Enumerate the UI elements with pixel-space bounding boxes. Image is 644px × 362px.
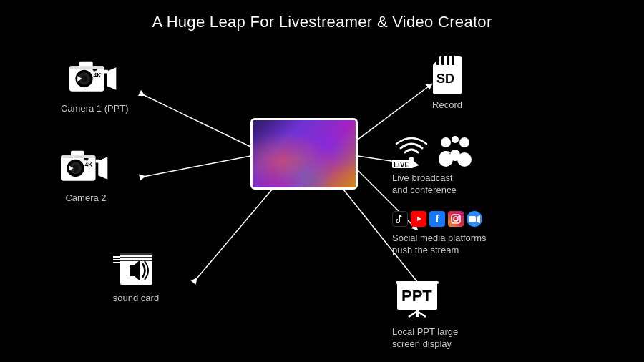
svg-line-3 bbox=[358, 86, 429, 140]
svg-rect-34 bbox=[113, 259, 120, 260]
social-media-item: f Social media platformspush the stream bbox=[392, 211, 487, 257]
camera2-icon-box: 4K bbox=[61, 147, 111, 190]
svg-text:SD: SD bbox=[436, 72, 454, 86]
live-broadcast-item: LiVE Live broadcastand conference bbox=[392, 132, 473, 197]
conference-icon bbox=[437, 132, 473, 168]
svg-line-1 bbox=[140, 156, 250, 177]
soundcard-item: sound card bbox=[111, 247, 161, 305]
svg-text:LiVE: LiVE bbox=[394, 161, 410, 168]
concert-overlay bbox=[253, 120, 356, 187]
record-item: SD Record bbox=[422, 54, 472, 112]
camera1-icon: 4K bbox=[69, 58, 119, 99]
ppt-icon-box: PPT bbox=[392, 279, 442, 322]
svg-rect-35 bbox=[113, 262, 120, 263]
svg-marker-57 bbox=[477, 215, 480, 223]
live-icon: LiVE bbox=[392, 132, 431, 168]
svg-rect-53 bbox=[452, 215, 460, 223]
svg-point-47 bbox=[459, 137, 469, 147]
camera2-item: 4K Camera 2 bbox=[61, 147, 111, 205]
svg-rect-11 bbox=[79, 62, 93, 67]
svg-rect-64 bbox=[415, 281, 419, 284]
svg-rect-38 bbox=[441, 56, 444, 65]
svg-rect-30 bbox=[120, 253, 152, 255]
svg-rect-33 bbox=[113, 256, 120, 258]
svg-rect-40 bbox=[452, 56, 454, 65]
svg-marker-52 bbox=[417, 217, 421, 221]
svg-marker-28 bbox=[98, 157, 107, 180]
record-label: Record bbox=[432, 99, 462, 112]
instagram-icon bbox=[448, 211, 464, 227]
facebook-icon: f bbox=[429, 211, 445, 227]
svg-point-50 bbox=[452, 136, 459, 143]
svg-rect-32 bbox=[120, 260, 152, 261]
svg-rect-22 bbox=[71, 151, 84, 156]
youtube-icon bbox=[411, 211, 426, 227]
social-icons-row: f bbox=[392, 211, 482, 227]
diagram-container: A Huge Leap For Livestreamer & Video Cre… bbox=[0, 0, 644, 362]
soundcard-icon bbox=[113, 249, 160, 288]
camera1-icon-box: 4K bbox=[69, 57, 119, 100]
svg-text:4K: 4K bbox=[85, 161, 93, 168]
svg-point-54 bbox=[454, 217, 458, 221]
svg-rect-27 bbox=[61, 155, 96, 158]
svg-rect-37 bbox=[436, 56, 439, 65]
svg-marker-17 bbox=[107, 67, 117, 90]
soundcard-label: sound card bbox=[113, 293, 159, 305]
svg-text:PPT: PPT bbox=[401, 287, 432, 305]
svg-point-55 bbox=[458, 216, 459, 217]
local-ppt-item: PPT Local PPT largescreen display bbox=[392, 279, 458, 351]
ppt-icon: PPT bbox=[396, 281, 439, 321]
page-title: A Huge Leap For Livestreamer & Video Cre… bbox=[0, 0, 644, 31]
svg-rect-39 bbox=[447, 56, 449, 65]
svg-text:4K: 4K bbox=[94, 72, 102, 79]
soundcard-icon-box bbox=[111, 247, 161, 290]
svg-point-51 bbox=[450, 150, 460, 161]
camera2-label: Camera 2 bbox=[65, 192, 106, 205]
local-ppt-label: Local PPT largescreen display bbox=[392, 326, 458, 351]
center-device bbox=[250, 118, 358, 190]
svg-line-2 bbox=[193, 190, 272, 283]
tiktok-icon bbox=[392, 211, 408, 227]
camera1-item: 4K Camera 1 (PPT) bbox=[61, 57, 129, 115]
live-broadcast-label: Live broadcastand conference bbox=[392, 172, 457, 197]
camera1-label: Camera 1 (PPT) bbox=[61, 103, 129, 115]
svg-rect-16 bbox=[69, 66, 104, 69]
record-icon-box: SD bbox=[422, 54, 472, 97]
svg-line-0 bbox=[140, 93, 250, 147]
social-media-label: Social media platformspush the stream bbox=[392, 233, 487, 257]
sd-card-icon: SD bbox=[429, 54, 465, 96]
svg-rect-31 bbox=[120, 257, 152, 258]
camera2-icon: 4K bbox=[61, 147, 111, 189]
live-broadcast-icons: LiVE bbox=[392, 132, 473, 168]
svg-point-45 bbox=[441, 137, 451, 147]
svg-rect-56 bbox=[469, 216, 476, 222]
device-screen bbox=[250, 118, 358, 190]
zoom-icon bbox=[467, 211, 482, 227]
